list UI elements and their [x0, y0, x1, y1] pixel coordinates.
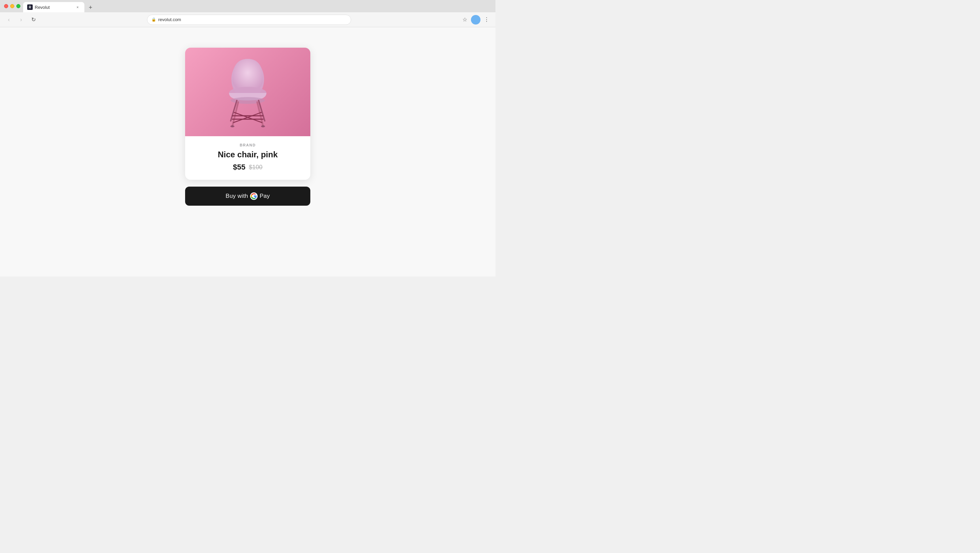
browser-actions: ☆ ⋮	[460, 15, 492, 24]
product-image	[185, 48, 310, 136]
svg-point-12	[261, 125, 265, 127]
chair-illustration	[214, 53, 282, 131]
minimize-window-button[interactable]	[10, 4, 14, 8]
page-content: BRAND Nice chair, pink $55 $100 Buy with…	[0, 27, 495, 276]
google-g-icon	[250, 193, 258, 200]
address-bar: ‹ › ↻ 🔒 revolut.com ☆ ⋮	[0, 12, 495, 27]
title-bar: R Revolut × +	[0, 0, 495, 12]
traffic-lights	[4, 4, 21, 8]
pay-suffix-text: Pay	[259, 193, 270, 199]
buy-prefix-text: Buy with	[226, 193, 248, 199]
product-card: BRAND Nice chair, pink $55 $100	[185, 48, 310, 180]
bookmark-button[interactable]: ☆	[460, 15, 469, 24]
lock-icon: 🔒	[151, 18, 156, 22]
url-text: revolut.com	[158, 17, 181, 22]
tab-close-button[interactable]: ×	[75, 5, 80, 10]
buy-with-gpay-button[interactable]: Buy with Pay	[185, 186, 310, 206]
menu-button[interactable]: ⋮	[482, 15, 492, 24]
maximize-window-button[interactable]	[16, 4, 21, 8]
product-info: BRAND Nice chair, pink $55 $100	[185, 136, 310, 172]
svg-point-11	[231, 125, 234, 127]
current-price: $55	[233, 163, 246, 172]
profile-button[interactable]	[471, 15, 480, 24]
back-button[interactable]: ‹	[4, 15, 14, 24]
close-window-button[interactable]	[4, 4, 8, 8]
browser-chrome: R Revolut × + ‹ › ↻ 🔒 revolut.com ☆ ⋮	[0, 0, 495, 27]
tab-title: Revolut	[35, 5, 73, 10]
browser-tab[interactable]: R Revolut ×	[23, 2, 84, 12]
product-name: Nice chair, pink	[193, 150, 302, 159]
refresh-button[interactable]: ↻	[29, 15, 38, 24]
price-row: $55 $100	[193, 163, 302, 172]
brand-label: BRAND	[193, 143, 302, 147]
new-tab-button[interactable]: +	[86, 3, 95, 12]
address-input[interactable]: 🔒 revolut.com	[147, 14, 351, 25]
original-price: $100	[249, 164, 262, 171]
forward-button[interactable]: ›	[16, 15, 26, 24]
tab-favicon: R	[27, 5, 33, 10]
